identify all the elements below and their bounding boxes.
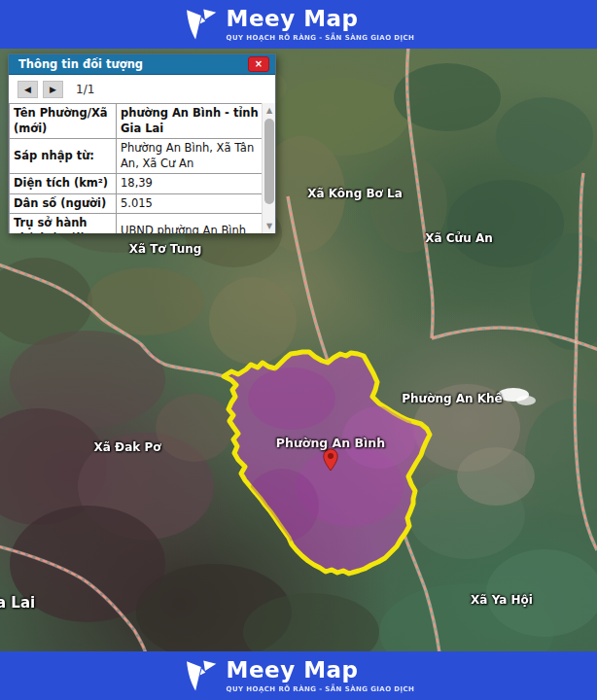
table-row: Trụ sở hành chính (mới) UBND phường An B…: [10, 214, 264, 233]
brand-logo: Meey Map QUY HOẠCH RÕ RÀNG - SẴN SÀNG GI…: [183, 657, 415, 694]
scroll-up-icon[interactable]: ▲: [263, 104, 275, 117]
region-label-to-tung: Xã Tơ Tung: [129, 242, 202, 256]
popup-header: Thông tin đối tượng ×: [9, 54, 275, 75]
region-label-an-binh: Phường An Bình: [276, 436, 385, 450]
field-value: Phường An Bình, Xã Tân An, Xã Cư An: [117, 139, 264, 174]
region-label-ya-hoi: Xã Ya Hội: [471, 593, 533, 607]
brand-tagline: QUY HOẠCH RÕ RÀNG - SẴN SÀNG GIAO DỊCH: [227, 685, 415, 693]
region-label-kong-bo-la: Xã Kông Bơ La: [307, 187, 402, 200]
region-label-dak-po: Xã Đak Pơ: [94, 440, 161, 454]
close-icon[interactable]: ×: [248, 56, 269, 72]
meeymap-logo-icon: [183, 657, 218, 694]
brand-tagline: QUY HOẠCH RÕ RÀNG - SẴN SÀNG GIAO DỊCH: [227, 34, 415, 42]
field-label: Diện tích (km²): [10, 174, 117, 194]
satellite-map[interactable]: Xã Kông Bơ La Xã Cửu An Xã Tơ Tung Phườn…: [0, 49, 597, 651]
region-label-an-khe: Phường An Khê: [402, 392, 502, 405]
header-bar: Meey Map QUY HOẠCH RÕ RÀNG - SẴN SÀNG GI…: [0, 0, 597, 49]
field-label: Trụ sở hành chính (mới): [10, 214, 117, 233]
brand-name: Meey Map: [227, 659, 415, 682]
prev-page-button[interactable]: ◀: [18, 81, 38, 98]
scroll-down-icon[interactable]: ▼: [263, 220, 275, 232]
popup-body: Tên Phường/Xã (mới) phường An Bình - tỉn…: [9, 103, 275, 233]
field-label: Dân số (người): [10, 193, 117, 214]
field-value: 18,39: [117, 174, 264, 194]
field-label: Sáp nhập từ:: [10, 139, 117, 174]
table-row: Sáp nhập từ: Phường An Bình, Xã Tân An, …: [10, 139, 264, 174]
feature-info-popup: Thông tin đối tượng × ◀ ▶ 1/1 Tên Phường…: [8, 53, 276, 233]
region-label-cuu-an: Xã Cửu An: [425, 231, 492, 245]
field-label: Tên Phường/Xã (mới): [10, 104, 117, 139]
field-value: phường An Bình - tỉnh Gia Lai: [117, 104, 264, 139]
table-row: Tên Phường/Xã (mới) phường An Bình - tỉn…: [10, 104, 264, 139]
meeymap-logo-icon: [183, 6, 218, 43]
brand-name: Meey Map: [227, 8, 415, 30]
region-label-a-lai: a Lai: [0, 594, 35, 612]
next-page-button[interactable]: ▶: [43, 81, 63, 98]
popup-scrollbar[interactable]: ▲ ▼: [262, 103, 275, 233]
popup-title: Thông tin đối tượng: [9, 57, 143, 71]
field-value: 5.015: [117, 193, 264, 214]
popup-pagination: ◀ ▶ 1/1: [9, 75, 275, 103]
brand-logo: Meey Map QUY HOẠCH RÕ RÀNG - SẴN SÀNG GI…: [183, 6, 415, 43]
feature-info-table: Tên Phường/Xã (mới) phường An Bình - tỉn…: [9, 103, 264, 233]
footer-bar: Meey Map QUY HOẠCH RÕ RÀNG - SẴN SÀNG GI…: [0, 651, 597, 700]
table-row: Dân số (người) 5.015: [10, 193, 264, 214]
field-value: UBND phường An Bình: [117, 214, 264, 233]
table-row: Diện tích (km²) 18,39: [10, 174, 264, 194]
page-indicator: 1/1: [76, 83, 94, 96]
scrollbar-thumb[interactable]: [264, 119, 274, 204]
